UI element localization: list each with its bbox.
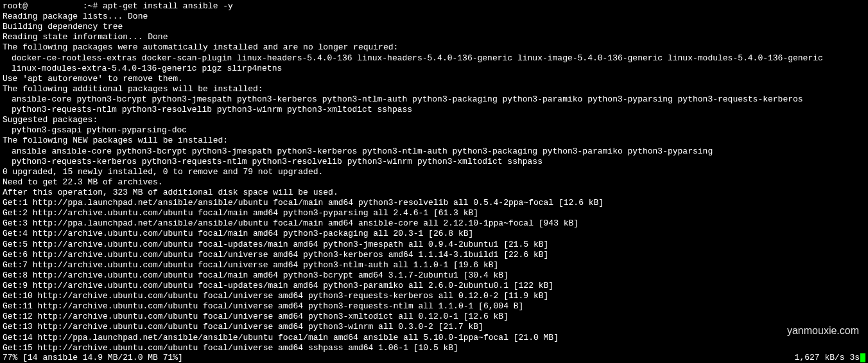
download-line: Get:6 http://archive.ubuntu.com/ubuntu f… xyxy=(3,250,865,260)
progress-status: 77% [14 ansible 14.9 MB/21.0 MB 71%] 1,6… xyxy=(0,353,868,363)
output-line: Reading package lists... Done xyxy=(3,12,865,22)
package-list-line: docker-ce-rootless-extras docker-scan-pl… xyxy=(3,53,865,64)
package-list-line: python3-requests-kerberos python3-reques… xyxy=(3,157,865,167)
download-line: Get:2 http://archive.ubuntu.com/ubuntu f… xyxy=(3,208,865,218)
output-line: The following additional packages will b… xyxy=(3,84,865,94)
output-line: Need to get 22.3 MB of archives. xyxy=(3,177,865,188)
download-line: Get:7 http://archive.ubuntu.com/ubuntu f… xyxy=(3,260,865,270)
output-line: Use 'apt autoremove' to remove them. xyxy=(3,74,865,84)
output-line: Building dependency tree xyxy=(3,22,865,32)
output-line: The following packages were automaticall… xyxy=(3,42,865,53)
package-list-line: ansible-core python3-bcrypt python3-jmes… xyxy=(3,94,865,105)
package-list-line: python3-requests-ntlm python3-resolvelib… xyxy=(3,105,865,115)
output-line: After this operation, 323 MB of addition… xyxy=(3,188,865,198)
download-line: Get:3 http://ppa.launchpad.net/ansible/a… xyxy=(3,218,865,229)
progress-percentage: 77% [14 ansible 14.9 MB/21.0 MB 71%] xyxy=(3,353,183,363)
download-line: Get:11 http://archive.ubuntu.com/ubuntu … xyxy=(3,301,865,312)
download-line: Get:13 http://archive.ubuntu.com/ubuntu … xyxy=(3,322,865,332)
package-list-line: linux-modules-extra-5.4.0-136-generic pi… xyxy=(3,64,865,74)
download-line: Get:12 http://archive.ubuntu.com/ubuntu … xyxy=(3,312,865,322)
download-line: Get:8 http://archive.ubuntu.com/ubuntu f… xyxy=(3,270,865,281)
download-line: Get:5 http://archive.ubuntu.com/ubuntu f… xyxy=(3,240,865,250)
download-line: Get:9 http://archive.ubuntu.com/ubuntu f… xyxy=(3,281,865,291)
output-line: 0 upgraded, 15 newly installed, 0 to rem… xyxy=(3,167,865,177)
terminal-output[interactable]: root@ :~# apt-get install ansible -y Rea… xyxy=(3,1,865,353)
download-line: Get:15 http://archive.ubuntu.com/ubuntu … xyxy=(3,343,865,353)
download-line: Get:4 http://archive.ubuntu.com/ubuntu f… xyxy=(3,229,865,239)
package-list-line: ansible ansible-core python3-bcrypt pyth… xyxy=(3,146,865,157)
output-line: The following NEW packages will be insta… xyxy=(3,136,865,146)
output-line: Reading state information... Done xyxy=(3,32,865,42)
package-list-line: python3-gssapi python-pyparsing-doc xyxy=(3,125,865,136)
watermark-text: yanmouxie.com xyxy=(787,324,859,337)
output-line: Suggested packages: xyxy=(3,115,865,125)
download-line: Get:14 http://ppa.launchpad.net/ansible/… xyxy=(3,333,865,343)
download-line: Get:10 http://archive.ubuntu.com/ubuntu … xyxy=(3,291,865,301)
progress-speed: 1,627 kB/s 3s xyxy=(795,353,865,363)
cursor-icon xyxy=(860,353,865,362)
command-prompt: root@ :~# apt-get install ansible -y xyxy=(3,1,865,12)
download-line: Get:1 http://ppa.launchpad.net/ansible/a… xyxy=(3,198,865,208)
